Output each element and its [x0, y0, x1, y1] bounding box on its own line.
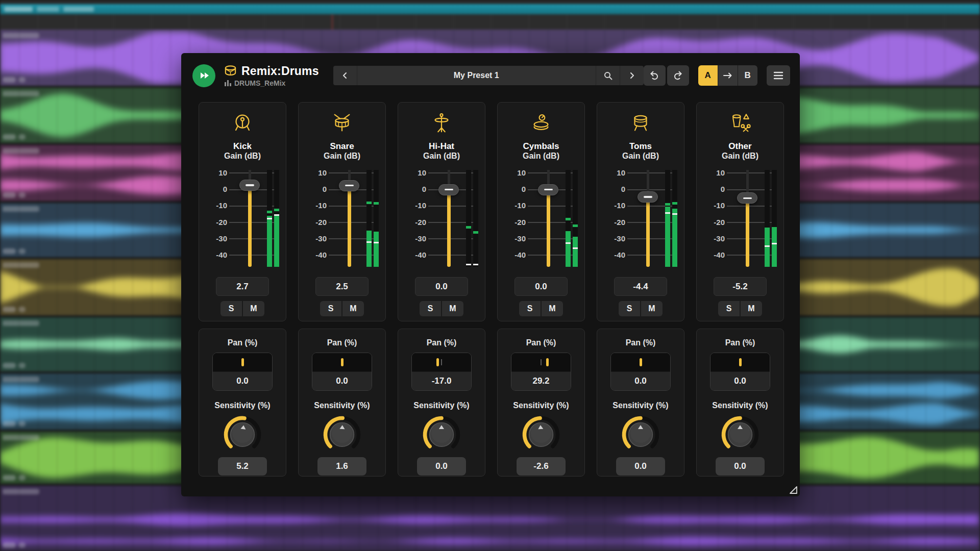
plugin-header: Remix:Drums DRUMS_ReMix My Preset 1 — [181, 53, 800, 98]
gain-scale-tick: -20 — [403, 218, 426, 227]
sensitivity-label: Sensitivity (%) — [712, 401, 768, 411]
pan-slider[interactable] — [611, 353, 670, 371]
gain-fader[interactable] — [540, 170, 556, 267]
pan-position-tick — [739, 358, 742, 366]
gain-fader-handle[interactable] — [239, 180, 260, 191]
gain-value[interactable]: -5.2 — [714, 277, 767, 296]
gain-fader-block: 100-10-20-30-40 — [497, 170, 585, 267]
gain-scale-tick: 0 — [502, 185, 526, 193]
pan-slider[interactable] — [710, 353, 770, 371]
pan-control[interactable]: 0.0 — [710, 353, 770, 391]
level-meter-left — [566, 170, 571, 267]
sensitivity-value[interactable]: 0.0 — [417, 457, 466, 475]
gain-scale-tick: -20 — [204, 218, 227, 227]
gain-value[interactable]: -4.4 — [614, 277, 667, 296]
pan-control[interactable]: 0.0 — [610, 353, 671, 391]
plugin-subtitle: DRUMS_ReMix — [234, 79, 285, 87]
pan-value[interactable]: 0.0 — [213, 371, 272, 390]
ab-b-button[interactable]: B — [738, 65, 757, 86]
sensitivity-knob[interactable] — [220, 412, 265, 455]
gain-fader-handle[interactable] — [737, 192, 757, 204]
sensitivity-knob[interactable] — [320, 412, 364, 455]
undo-button[interactable] — [644, 65, 666, 86]
gain-fader[interactable] — [241, 170, 258, 267]
pan-value[interactable]: 29.2 — [511, 371, 571, 390]
gain-fader-handle[interactable] — [438, 184, 459, 195]
gain-fader-handle[interactable] — [538, 184, 558, 195]
pan-slider[interactable] — [412, 353, 471, 371]
gain-scale-tick: -20 — [303, 218, 327, 227]
gain-value[interactable]: 2.5 — [315, 277, 369, 296]
gain-fader-handle[interactable] — [339, 180, 359, 191]
sensitivity-value[interactable]: 0.0 — [716, 457, 765, 475]
preset-name[interactable]: My Preset 1 — [357, 66, 596, 85]
channel-name: Snare — [330, 141, 354, 152]
preset-search-button[interactable] — [596, 66, 620, 85]
gain-scale-tick: 10 — [602, 168, 625, 177]
pan-value[interactable]: -17.0 — [412, 371, 471, 390]
level-meter-right — [374, 170, 379, 267]
mute-button[interactable]: M — [243, 301, 264, 316]
gain-fader-block: 100-10-20-30-40 — [398, 170, 485, 267]
level-meter-right — [473, 170, 478, 267]
gain-scale-tick: 10 — [403, 168, 426, 177]
menu-button[interactable] — [767, 65, 790, 86]
pan-control[interactable]: 29.2 — [511, 353, 571, 391]
gain-scale-tick: 10 — [204, 168, 227, 177]
solo-button[interactable]: S — [220, 301, 242, 316]
pan-value[interactable]: 0.0 — [611, 371, 670, 390]
channel-strips: Kick Gain (dB) 100-10-20-30-40 2.7 S M — [199, 102, 784, 477]
pan-label: Pan (%) — [526, 338, 556, 348]
gain-value[interactable]: 0.0 — [415, 277, 468, 296]
gain-fader-handle[interactable] — [638, 191, 658, 203]
gain-fader[interactable] — [640, 170, 656, 267]
sensitivity-value[interactable]: -2.6 — [517, 457, 566, 475]
sensitivity-knob[interactable] — [618, 412, 663, 455]
sensitivity-knob[interactable] — [519, 412, 564, 455]
mute-button[interactable]: M — [442, 301, 463, 316]
pan-slider[interactable] — [213, 353, 272, 371]
preset-bar: My Preset 1 — [333, 66, 644, 85]
mute-button[interactable]: M — [741, 301, 762, 316]
channel-pan-sens-card: Pan (%) 0.0 Sensitivity (%) 1.6 — [298, 329, 386, 477]
mute-button[interactable]: M — [342, 301, 364, 316]
preset-next-button[interactable] — [620, 66, 644, 85]
ab-a-button[interactable]: A — [698, 65, 718, 86]
channel-name: Kick — [233, 141, 252, 152]
preset-prev-button[interactable] — [333, 66, 357, 85]
gain-scale-tick: -40 — [602, 251, 625, 259]
resize-handle[interactable] — [788, 485, 798, 495]
solo-button[interactable]: S — [519, 301, 541, 316]
gain-fader[interactable] — [739, 170, 755, 267]
solo-button[interactable]: S — [420, 301, 441, 316]
channel-gain-card: Snare Gain (dB) 100-10-20-30-40 2.5 S M — [298, 102, 386, 321]
sensitivity-value[interactable]: 5.2 — [218, 457, 267, 475]
solo-button[interactable]: S — [320, 301, 341, 316]
channel-strip: Kick Gain (dB) 100-10-20-30-40 2.7 S M — [199, 102, 286, 477]
sensitivity-value[interactable]: 1.6 — [317, 457, 366, 475]
gain-fader[interactable] — [341, 170, 357, 267]
redo-button[interactable] — [667, 65, 689, 86]
pan-position-tick — [436, 358, 439, 366]
pan-value[interactable]: 0.0 — [312, 371, 372, 390]
sensitivity-knob[interactable] — [718, 412, 763, 455]
sensitivity-knob[interactable] — [419, 412, 464, 455]
mute-button[interactable]: M — [641, 301, 663, 316]
mute-button[interactable]: M — [542, 301, 563, 316]
preview-play-button[interactable] — [192, 64, 215, 87]
pan-slider[interactable] — [312, 353, 372, 371]
pan-value[interactable]: 0.0 — [710, 371, 770, 390]
gain-value[interactable]: 2.7 — [216, 277, 269, 296]
gain-value[interactable]: 0.0 — [514, 277, 568, 296]
pan-control[interactable]: 0.0 — [212, 353, 273, 391]
pan-slider[interactable] — [511, 353, 571, 371]
ab-copy-button[interactable] — [718, 65, 738, 86]
gain-fader-block: 100-10-20-30-40 — [298, 170, 386, 267]
pan-control[interactable]: -17.0 — [411, 353, 472, 391]
solo-button[interactable]: S — [619, 301, 640, 316]
sensitivity-value[interactable]: 0.0 — [616, 457, 665, 475]
gain-fader[interactable] — [440, 170, 457, 267]
solo-button[interactable]: S — [718, 301, 740, 316]
pan-control[interactable]: 0.0 — [312, 353, 372, 391]
hi-hat-icon — [430, 112, 453, 134]
